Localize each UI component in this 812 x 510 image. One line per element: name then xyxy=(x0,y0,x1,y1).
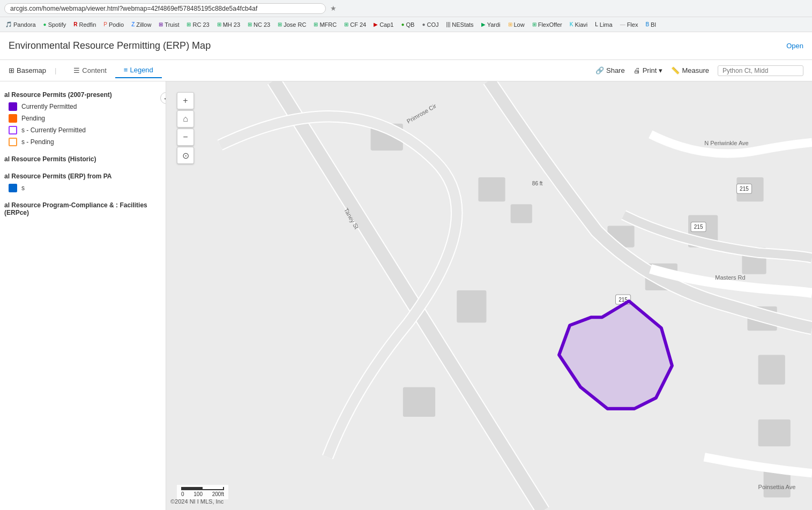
legend-section-current: al Resource Permits (2007-present) Curre… xyxy=(0,88,166,148)
svg-rect-12 xyxy=(758,355,785,384)
scale-200: 200ft xyxy=(212,491,224,497)
zoom-in-button[interactable]: + xyxy=(177,92,194,109)
bookmark-flexoffer[interactable]: ⊞ FlexOffer xyxy=(529,20,565,29)
bookmark-low[interactable]: ⊞ Low xyxy=(505,20,528,29)
bookmark-yardi[interactable]: ▶ Yardi xyxy=(478,20,504,29)
svg-text:Masters Rd: Masters Rd xyxy=(715,274,745,281)
svg-text:N Periwinkle Ave: N Periwinkle Ave xyxy=(704,140,749,146)
home-button[interactable]: ⌂ xyxy=(177,110,194,128)
app-title: Environmental Resource Permitting (ERP) … xyxy=(9,40,211,51)
zoom-out-button[interactable]: − xyxy=(177,129,194,146)
measure-button[interactable]: 📏 Measure xyxy=(671,66,709,74)
bookmarks-bar: 🎵 Pandora ● Spotify R Redfin P Podio Z Z… xyxy=(0,17,812,32)
url-bar[interactable]: arcgis.com/home/webmap/viewer.html?webma… xyxy=(4,3,326,14)
svg-text:86 ft: 86 ft xyxy=(532,181,543,186)
svg-rect-2 xyxy=(478,177,505,201)
map-area[interactable]: 215 215 215 86 ft 73 ft Primrose Cir Tan… xyxy=(166,81,812,510)
legend-section-title-3: al Resource Permits (ERP) from PA xyxy=(0,169,166,182)
toolbar-right: 🔗 Share 🖨 Print ▾ 📏 Measure xyxy=(595,65,803,76)
tab-legend[interactable]: ≡ Legend xyxy=(115,63,162,78)
toolbar-basemap[interactable]: ⊞ Basemap xyxy=(9,66,46,74)
legend-item-s-pending: s - Pending xyxy=(0,136,166,148)
bookmark-spotify[interactable]: ● Spotify xyxy=(40,20,70,29)
svg-rect-3 xyxy=(457,290,486,322)
gps-button[interactable]: ⊙ xyxy=(177,147,194,164)
bookmark-nestats[interactable]: ||| NEStats xyxy=(443,20,476,29)
bookmark-star-icon[interactable]: ★ xyxy=(330,4,337,12)
bookmark-pandora[interactable]: 🎵 Pandora xyxy=(2,20,39,29)
scale-0: 0 xyxy=(181,491,184,497)
sidebar: ◀ al Resource Permits (2007-present) Cur… xyxy=(0,81,166,510)
bookmark-truist[interactable]: ⊞ Truist xyxy=(155,20,182,29)
svg-text:215: 215 xyxy=(694,224,703,230)
map-copyright: ©2024 NI I MLS, Inc xyxy=(166,497,228,506)
bookmark-coj[interactable]: ● COJ xyxy=(419,20,442,29)
svg-rect-5 xyxy=(511,204,532,223)
legend-section-title-1: al Resource Permits (2007-present) xyxy=(0,88,166,101)
bookmark-lima[interactable]: L Lima xyxy=(592,20,615,29)
search-input[interactable] xyxy=(718,65,803,76)
sidebar-tab-group: ☰ Content ≡ Legend xyxy=(65,63,162,78)
legend-symbol-pending xyxy=(9,114,17,123)
svg-text:215: 215 xyxy=(740,186,749,192)
bookmark-cf24[interactable]: ⊞ CF 24 xyxy=(341,20,369,29)
svg-rect-13 xyxy=(758,419,791,446)
share-button[interactable]: 🔗 Share xyxy=(595,66,625,74)
measure-icon: 📏 xyxy=(671,66,680,74)
map-controls: + ⌂ − ⊙ xyxy=(177,92,194,164)
legend-symbol-s xyxy=(9,184,17,192)
bookmark-kiavi[interactable]: K Kiavi xyxy=(567,20,591,29)
print-icon: 🖨 xyxy=(634,66,640,74)
legend-section-historic: al Resource Permits (Historic) xyxy=(0,152,166,165)
open-button[interactable]: Open xyxy=(786,42,803,50)
toolbar-separator: | xyxy=(55,66,56,74)
print-button[interactable]: 🖨 Print ▾ xyxy=(634,66,663,74)
legend-item-s: s xyxy=(0,182,166,194)
legend-symbol-currently-permitted xyxy=(9,102,17,111)
bookmark-joserc[interactable]: ⊞ Jose RC xyxy=(274,20,309,29)
print-dropdown-icon: ▾ xyxy=(659,66,662,74)
toolbar: ⊞ Basemap | ☰ Content ≡ Legend 🔗 Share 🖨… xyxy=(0,60,812,81)
browser-bar: arcgis.com/home/webmap/viewer.html?webma… xyxy=(0,0,812,17)
legend-symbol-s-currently-permitted xyxy=(9,126,17,134)
grid-icon: ⊞ xyxy=(9,66,14,74)
bookmark-mfrc[interactable]: ⊞ MFRC xyxy=(310,20,340,29)
bookmark-redfin[interactable]: R Redfin xyxy=(70,20,99,29)
legend-item-s-currently-permitted: s - Currently Permitted xyxy=(0,124,166,136)
bookmark-cap1[interactable]: ▶ Cap1 xyxy=(370,20,397,29)
bookmark-qb[interactable]: ● QB xyxy=(398,20,418,29)
bookmark-podio[interactable]: P Podio xyxy=(100,20,127,29)
main-layout: ◀ al Resource Permits (2007-present) Cur… xyxy=(0,81,812,510)
legend-item-pending: Pending xyxy=(0,112,166,124)
map-svg: 215 215 215 86 ft 73 ft Primrose Cir Tan… xyxy=(166,81,812,510)
share-icon: 🔗 xyxy=(595,66,604,74)
bookmark-zillow[interactable]: Z Zillow xyxy=(128,20,154,29)
legend-section-title-4: al Resource Program-Compliance & : Facil… xyxy=(0,198,166,219)
svg-text:Poinsettia Ave: Poinsettia Ave xyxy=(758,484,796,490)
bookmark-mh23[interactable]: ⊞ MH 23 xyxy=(214,20,243,29)
legend-section-compliance: al Resource Program-Compliance & : Facil… xyxy=(0,198,166,219)
scale-100: 100 xyxy=(193,491,203,497)
bookmark-rc23[interactable]: ⊞ RC 23 xyxy=(183,20,212,29)
app-header: Environmental Resource Permitting (ERP) … xyxy=(0,32,812,60)
content-icon: ☰ xyxy=(73,66,80,74)
svg-rect-4 xyxy=(403,387,435,417)
legend-symbol-s-pending xyxy=(9,138,17,146)
tab-content[interactable]: ☰ Content xyxy=(65,63,115,78)
legend-icon: ≡ xyxy=(124,66,128,74)
legend-section-pa: al Resource Permits (ERP) from PA s xyxy=(0,169,166,194)
legend-item-currently-permitted: Currently Permitted xyxy=(0,101,166,112)
bookmark-flex[interactable]: — Flex xyxy=(617,20,642,29)
bookmark-nc23[interactable]: ⊞ NC 23 xyxy=(244,20,273,29)
bookmark-bl[interactable]: B Bl xyxy=(642,20,659,29)
legend-section-title-2: al Resource Permits (Historic) xyxy=(0,152,166,165)
